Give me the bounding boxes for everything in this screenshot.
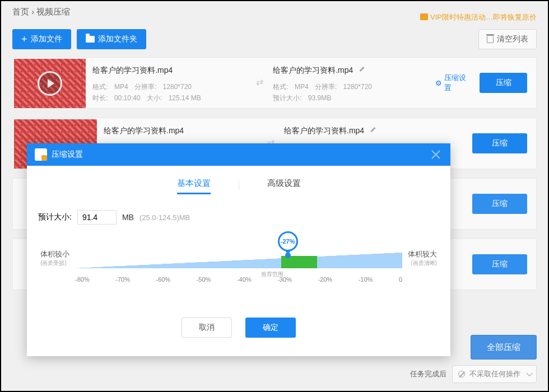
modal-header: 压缩设置 — [27, 143, 450, 166]
tick: -60% — [156, 276, 170, 283]
cancel-button[interactable]: 取消 — [182, 318, 232, 338]
tab-advanced[interactable]: 高级设置 — [267, 176, 301, 194]
handle-dot-icon — [285, 253, 291, 258]
estimate-size-input[interactable] — [77, 210, 117, 225]
slider-left-sub: (画质受损) — [40, 259, 69, 267]
slider-right-title: 体积较大 — [408, 249, 437, 259]
slider-left-label: 体积较小 (画质受损) — [40, 249, 69, 267]
compress-settings-modal: 压缩设置 基本设置 高级设置 预计大小: MB (25.0-124.5)MB 体… — [27, 143, 450, 356]
slider-handle[interactable]: -27% — [278, 231, 298, 258]
slider-right-sub: (画质清晰) — [408, 259, 437, 267]
compression-slider[interactable]: 体积较小 (画质受损) 体积较大 (画质清晰) -27% 推荐范围 -80% -… — [43, 236, 435, 297]
slider-left-title: 体积较小 — [40, 249, 69, 259]
modal-actions: 取消 确定 — [27, 318, 450, 338]
tick: -10% — [359, 276, 373, 283]
slider-ticks: -80% -70% -60% -50% -40% -30% -20% -10% … — [75, 276, 402, 283]
slider-track — [75, 253, 402, 268]
tick: -50% — [197, 276, 211, 283]
app-window: 首页 › 视频压缩 VIP限时特惠活动…即将恢复原价 添加文件 添加文件夹 清空… — [1, 1, 548, 391]
tab-basic[interactable]: 基本设置 — [177, 176, 211, 194]
estimate-label: 预计大小: — [38, 212, 72, 222]
slider-right-label: 体积较大 (画质清晰) — [408, 249, 437, 267]
tick-80: -80% — [75, 276, 90, 283]
tick: -30% — [277, 276, 292, 283]
modal-title: 压缩设置 — [52, 150, 83, 160]
tick: -70% — [115, 276, 130, 283]
tick: 0 — [399, 276, 402, 283]
size-range: (25.0-124.5)MB — [139, 213, 190, 222]
ok-button[interactable]: 确定 — [245, 318, 296, 338]
close-icon[interactable] — [429, 148, 443, 161]
tick: -40% — [237, 276, 252, 283]
estimate-size-row: 预计大小: MB (25.0-124.5)MB — [27, 194, 450, 230]
tick: -20% — [318, 276, 332, 283]
tab-separator — [239, 180, 239, 190]
app-logo-icon — [35, 148, 47, 161]
modal-tabs: 基本设置 高级设置 — [27, 176, 450, 194]
slider-value-bubble: -27% — [278, 231, 298, 251]
size-unit: MB — [122, 213, 134, 222]
